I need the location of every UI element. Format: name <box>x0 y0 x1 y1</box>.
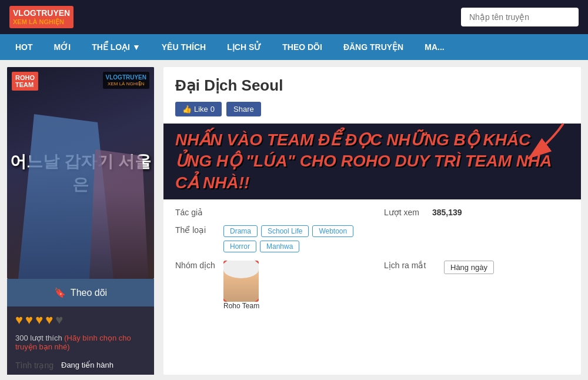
main-content: 어느날 갑자기 서울은 VLOGTRUYEN XEM LÀ NGHIỆN ROH… <box>0 60 588 380</box>
nav-genre[interactable]: THỂ LOẠI ▼ <box>81 34 151 60</box>
like-label: Like <box>194 105 208 114</box>
follow-button[interactable]: 🔖 Theo dõi <box>7 279 154 306</box>
release-label: Lịch ra mắt <box>384 261 437 270</box>
views-label: Lượt xem <box>384 208 425 217</box>
cover-figure-side <box>89 149 148 279</box>
heart-2[interactable]: ♥ <box>25 312 33 328</box>
right-panel: Đại Dịch Seoul 👍 Like 0 Share NHẤN VÀO T… <box>163 67 581 375</box>
release-value: Hàng ngày <box>444 261 494 274</box>
likes-count: 300 <box>15 334 28 342</box>
bookmark-icon: 🔖 <box>54 287 66 298</box>
group-section: Nhóm dịch Roho Team Lịch ra mắt Hàng ng <box>163 261 581 318</box>
release-section: Lịch ra mắt Hàng ngày <box>384 261 569 310</box>
manga-cover: 어느날 갑자기 서울은 VLOGTRUYEN XEM LÀ NGHIỆN ROH… <box>7 67 154 279</box>
like-button[interactable]: 👍 Like 0 <box>175 102 222 116</box>
translator-section: Nhóm dịch Roho Team <box>175 261 360 310</box>
thumbs-up-icon: 👍 <box>182 105 192 114</box>
author-row: Tác giả <box>175 208 360 217</box>
translator-avatar <box>223 261 259 302</box>
nav-new[interactable]: MỚI <box>44 34 82 60</box>
genre-tags: Drama School Life Webtoon Horror Manhwa <box>223 225 360 252</box>
genre-label: Thể loại <box>175 225 216 235</box>
cover-roho-badge: ROHOTEAM <box>12 72 38 91</box>
like-count: 0 <box>211 105 215 114</box>
heart-3[interactable]: ♥ <box>35 312 43 328</box>
logo-icon: VLOGTRUYEN XEM LÀ NGHIỆN <box>9 6 74 28</box>
views-value: 385,139 <box>432 208 462 217</box>
status-bar: Tình trạng Đang tiến hành <box>7 356 154 375</box>
heart-4[interactable]: ♥ <box>45 312 53 328</box>
translator-name: Roho Team <box>223 302 259 310</box>
tag-manhwa[interactable]: Manhwa <box>260 241 299 252</box>
status-label: Tình trạng <box>15 361 56 370</box>
heart-5[interactable]: ♥ <box>55 312 63 328</box>
tag-school[interactable]: School Life <box>261 225 309 237</box>
status-value: Đang tiến hành <box>61 361 113 370</box>
likes-label: lượt thích <box>30 334 62 342</box>
left-panel: 어느날 갑자기 서울은 VLOGTRUYEN XEM LÀ NGHIỆN ROH… <box>7 67 154 375</box>
nav-history[interactable]: LỊCH SỬ <box>216 34 272 60</box>
search-input[interactable] <box>461 8 579 26</box>
logo-main-text: VLOGTRUYEN <box>13 8 70 18</box>
logo-sub-text: XEM LÀ NGHIỆN <box>13 18 70 26</box>
translator-item[interactable]: Roho Team <box>223 261 259 310</box>
follow-label: Theo dõi <box>71 288 107 298</box>
tag-drama[interactable]: Drama <box>223 225 258 237</box>
nav-hot[interactable]: HOT <box>5 34 44 60</box>
nav-upload[interactable]: ĐĂNG TRUYỆN <box>333 34 414 60</box>
avatar-circle <box>223 261 259 302</box>
genre-row: Thể loại Drama School Life Webtoon Horro… <box>175 225 360 252</box>
cover-team-badge: VLOGTRUYEN XEM LÀ NGHIỆN <box>103 72 149 89</box>
arrow-icon <box>505 118 575 165</box>
hearts-section: ♥ ♥ ♥ ♥ ♥ <box>7 306 154 334</box>
share-button[interactable]: Share <box>226 102 261 116</box>
translator-label: Nhóm dịch <box>175 261 216 270</box>
nav-favorites[interactable]: YÊU THÍCH <box>151 34 216 60</box>
heart-1[interactable]: ♥ <box>15 312 23 328</box>
tag-webtoon[interactable]: Webtoon <box>312 225 353 237</box>
views-row: Lượt xem 385,139 <box>384 208 569 217</box>
nav-follow[interactable]: THEO DÕI <box>272 34 333 60</box>
tag-horror[interactable]: Horror <box>223 241 256 252</box>
nav-bar: HOT MỚI THỂ LOẠI ▼ YÊU THÍCH LỊCH SỬ THE… <box>0 34 588 60</box>
manga-title: Đại Dịch Seoul <box>163 67 581 97</box>
promo-banner: NHẤN VÀO TEAM ĐỂ ĐỌC NHỮNG BỘ KHÁC ỦNG H… <box>163 124 581 199</box>
info-section: Tác giả Lượt xem 385,139 Thể loại Drama … <box>163 199 581 261</box>
author-label: Tác giả <box>175 208 216 217</box>
likes-text: 300 lượt thích (Hãy bình chọn cho truyện… <box>7 334 154 356</box>
nav-more[interactable]: MA... <box>414 34 455 60</box>
header: VLOGTRUYEN XEM LÀ NGHIỆN <box>0 0 588 34</box>
logo[interactable]: VLOGTRUYEN XEM LÀ NGHIỆN <box>9 6 74 28</box>
